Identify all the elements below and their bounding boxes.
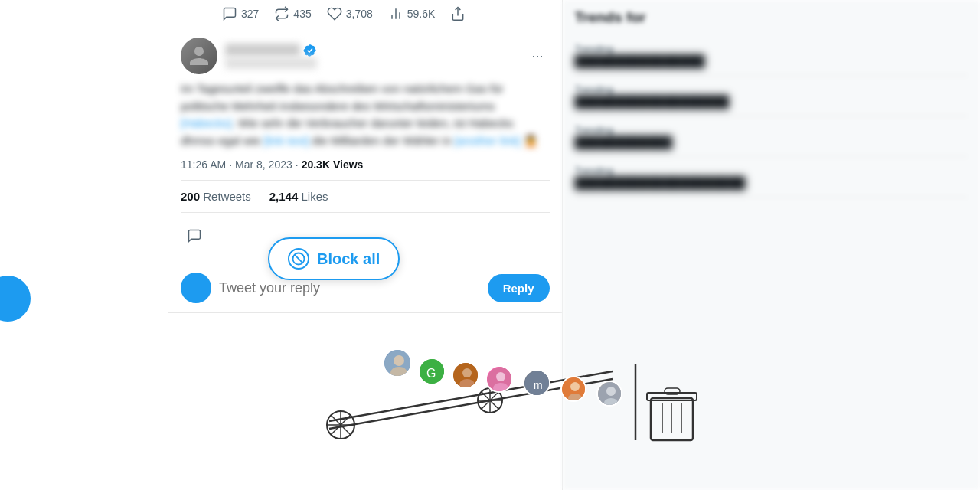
tweet-date: Mar 8, 2023 [235,158,292,171]
svg-point-31 [462,368,472,377]
trend-name-1: ████████████████ [575,54,969,67]
views-number: 59.6K [407,8,436,20]
tweet-timestamp: 11:26 AM · Mar 8, 2023 · 20.3K Views [181,158,550,171]
comment-count[interactable]: 327 [222,6,259,21]
trend-item-3[interactable]: Trending ████████████ [575,116,969,157]
views-count[interactable]: 59.6K [388,6,436,21]
profile-avatar-4 [485,365,513,393]
like-count[interactable]: 3,708 [327,6,373,21]
share-btn[interactable] [450,6,466,21]
trend-item-4[interactable]: Trending █████████████████████ [575,157,969,198]
svg-point-39 [570,382,580,391]
reply-input[interactable] [219,280,480,296]
verified-icon [303,43,317,57]
block-all-label: Block all [317,250,380,268]
likes-label: Likes [301,190,328,203]
main-layout: 327 435 3,708 [0,0,980,490]
left-sidebar [0,0,168,490]
svg-point-42 [606,387,616,396]
trend-item-2[interactable]: Trending ███████████████████ [575,76,969,116]
compose-button[interactable] [0,276,31,322]
profile-avatar-5: m [523,369,550,397]
user-name-display: Blurred Name [225,43,525,57]
tweet-views: 20.3K Views [302,158,364,171]
user-avatar[interactable] [181,38,217,74]
trend-name-4: █████████████████████ [575,176,969,189]
retweet-label: Retweets [203,190,251,203]
block-all-overlay: Block all [268,237,400,280]
likes-stat[interactable]: 2,144 Likes [270,190,328,203]
reply-user-avatar [181,273,211,303]
trend-category-2: Trending [575,83,969,95]
retweet-stat[interactable]: 200 Retweets [181,190,251,203]
conveyor-illustration: G m [306,356,789,448]
user-info: Blurred Name ████████████ [225,43,525,69]
svg-point-34 [496,372,505,381]
trend-category-4: Trending [575,165,969,176]
block-all-button[interactable]: Block all [268,237,400,280]
profile-avatar-7 [596,381,622,407]
tweet-stats: 200 Retweets 2,144 Likes [181,180,550,213]
svg-text:m: m [534,379,543,391]
trend-category-3: Trending [575,124,969,136]
profile-avatars: G m [383,348,611,393]
tweet-time: 11:26 AM [181,158,226,171]
comment-number: 327 [241,8,259,20]
retweet-number: 435 [293,8,311,20]
tweet-header: Blurred Name ████████████ ··· [181,38,550,74]
svg-text:G: G [426,367,436,380]
profile-avatar-2: G [418,358,446,385]
svg-line-5 [295,255,303,263]
trends-list: Trending ████████████████ Trending █████… [575,35,969,198]
profile-avatar-6 [560,376,586,402]
profile-avatar-3 [452,361,479,389]
user-handle: ████████████ [225,57,317,69]
more-options-button[interactable]: ··· [525,45,549,67]
trend-category-1: Trending [575,43,969,54]
comment-action[interactable] [181,222,208,250]
like-number: 3,708 [346,8,373,20]
retweet-count[interactable]: 435 [274,6,311,21]
profile-avatar-1 [383,348,412,377]
trend-name-3: ████████████ [575,136,969,149]
block-icon [288,248,309,270]
tweet-body: Im Tagesurteil zweifle das Abschreiben v… [181,80,550,149]
trend-item-1[interactable]: Trending ████████████████ [575,35,969,76]
reply-button[interactable]: Reply [488,274,550,302]
trends-title: Trends for [575,9,969,26]
engagement-bar: 327 435 3,708 [168,0,562,28]
tweet-card: Blurred Name ████████████ ··· Im Tagesur… [168,28,562,263]
svg-point-26 [394,355,404,366]
trend-name-2: ███████████████████ [575,95,969,108]
